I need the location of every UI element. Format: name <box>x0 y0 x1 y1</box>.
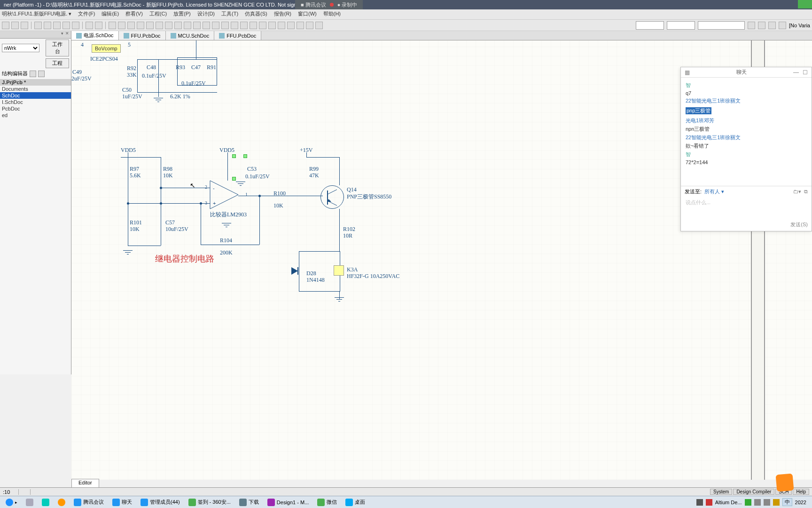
tool-icon[interactable] <box>259 22 266 29</box>
tray-icon[interactable] <box>764 499 770 506</box>
taskbar-360[interactable]: 签到 - 360安... <box>185 497 234 508</box>
struct-icon[interactable] <box>30 71 36 77</box>
tool-icon[interactable] <box>779 22 786 29</box>
tool-icon[interactable] <box>203 22 210 29</box>
folder-icon[interactable]: 🗀▾ <box>793 189 801 195</box>
cut-icon[interactable] <box>53 22 61 29</box>
tool-icon[interactable] <box>118 22 125 29</box>
send-button[interactable]: 发送(S) <box>790 221 808 228</box>
tool-icon[interactable] <box>748 22 755 29</box>
tool-icon[interactable] <box>315 22 323 29</box>
tool-icon[interactable] <box>231 22 238 29</box>
struct-icon[interactable] <box>38 71 45 77</box>
redo-icon[interactable] <box>95 22 102 29</box>
tool-icon[interactable] <box>268 22 276 29</box>
menu-design[interactable]: 设计(D) <box>197 10 215 18</box>
close-icon[interactable]: ✕ <box>65 31 69 38</box>
menu-file[interactable]: 文件(F) <box>78 10 95 18</box>
green-corner-tab[interactable] <box>798 0 812 8</box>
menu-window[interactable]: 窗口(W) <box>298 10 317 18</box>
tool-icon[interactable] <box>287 22 295 29</box>
tool-icon[interactable] <box>193 22 201 29</box>
tool-icon[interactable] <box>165 22 172 29</box>
tool-icon[interactable] <box>278 22 285 29</box>
zoom-icon[interactable] <box>44 22 51 29</box>
menu-project[interactable]: 工程(C) <box>149 10 167 18</box>
tree-project[interactable]: J.PrjPcb * <box>0 79 71 86</box>
tool-icon[interactable] <box>184 22 191 29</box>
menu-view[interactable]: 察看(V) <box>125 10 143 18</box>
tool-icon[interactable] <box>156 22 163 29</box>
tray-icon[interactable] <box>696 499 703 506</box>
menu-simulate[interactable]: 仿真器(S) <box>245 10 267 18</box>
status-help[interactable]: Help <box>793 489 809 495</box>
status-design-compiler[interactable]: Design Compiler <box>733 489 774 495</box>
combo-3[interactable] <box>698 21 745 30</box>
new-icon[interactable] <box>2 22 9 29</box>
paste-icon[interactable] <box>72 22 79 29</box>
project-button[interactable]: 工程 <box>46 58 69 68</box>
tool-icon[interactable] <box>768 22 776 29</box>
tab-schdoc[interactable]: 电源.SchDoc <box>71 31 119 40</box>
copy-icon[interactable] <box>62 22 70 29</box>
tool-icon[interactable] <box>221 22 229 29</box>
tab-ffu-pcbdoc[interactable]: FFU.PcbDoc <box>214 31 261 40</box>
no-variant-label[interactable]: [No Varia <box>789 23 810 28</box>
menu-place[interactable]: 放置(P) <box>173 10 191 18</box>
tree-schdoc[interactable]: I.SchDoc <box>0 99 71 105</box>
workbench-button[interactable]: 工作台 <box>46 40 69 56</box>
tool-icon[interactable] <box>297 22 304 29</box>
taskbar-design1[interactable]: Design1 - M... <box>264 497 312 508</box>
taskbar-app[interactable] <box>54 497 69 508</box>
combo-1[interactable] <box>636 21 664 30</box>
taskbar-app[interactable] <box>38 497 53 508</box>
menu-edit[interactable]: 编辑(E) <box>102 10 119 18</box>
menu-tools[interactable]: 工具(T) <box>221 10 238 18</box>
ime-indicator[interactable]: 中 <box>782 498 792 506</box>
taskbar-desktop[interactable]: 桌面 <box>342 497 369 508</box>
tool-icon[interactable] <box>174 22 182 29</box>
netlabel-bovcomp[interactable]: BoVcomp <box>92 44 121 53</box>
tool-icon[interactable] <box>250 22 257 29</box>
capture-icon[interactable]: ⧉ <box>804 189 808 195</box>
workspace-select[interactable]: nWrk <box>2 44 39 52</box>
tool-icon[interactable] <box>146 22 154 29</box>
send-to-dropdown[interactable]: 所有人 ▾ <box>704 188 724 195</box>
open-icon[interactable] <box>11 22 19 29</box>
tray-icon[interactable] <box>745 499 751 506</box>
chat-messages[interactable]: 智 q7 22智能光电三1班徐丽文 pnp三极管 光电1班邓芳 npn三极管 2… <box>681 78 812 186</box>
tool-icon[interactable] <box>240 22 248 29</box>
taskbar-wechat[interactable]: 微信 <box>313 497 341 508</box>
tray-icon[interactable] <box>754 499 761 506</box>
tree-schdoc-selected[interactable]: SchDoc <box>0 92 71 99</box>
tray-icon[interactable] <box>773 499 780 506</box>
minimize-icon[interactable]: — <box>793 69 799 76</box>
menu-path[interactable]: 明秋\1.FFU\1.新版FFU\电源. ▾ <box>2 10 71 18</box>
tray-year[interactable]: 2022 <box>795 500 806 505</box>
status-system[interactable]: System <box>710 489 732 495</box>
taskbar-app[interactable] <box>22 497 37 508</box>
taskbar-download[interactable]: 下载 <box>235 497 263 508</box>
tray-icon[interactable] <box>706 499 712 506</box>
chat-grid-icon[interactable]: ▦ <box>685 69 690 76</box>
pin-icon[interactable]: ▾ <box>61 31 63 38</box>
chat-input[interactable]: 说点什么... <box>681 197 812 221</box>
tool-icon[interactable] <box>212 22 219 29</box>
combo-2[interactable] <box>667 21 695 30</box>
tree-documents[interactable]: Documents <box>0 86 71 92</box>
tool-icon[interactable] <box>306 22 313 29</box>
menu-reports[interactable]: 报告(R) <box>274 10 291 18</box>
print-icon[interactable] <box>34 22 42 29</box>
save-icon[interactable] <box>21 22 28 29</box>
tool-icon[interactable] <box>137 22 144 29</box>
tab-mcu-schdoc[interactable]: MCU.SchDoc <box>166 31 215 40</box>
start-button[interactable]: ▸ <box>2 497 21 508</box>
taskbar-members[interactable]: 管理成员(44) <box>137 497 184 508</box>
tree-item[interactable]: ed <box>0 112 71 119</box>
tool-icon[interactable] <box>109 22 116 29</box>
menu-help[interactable]: 帮助(H) <box>323 10 341 18</box>
tree-pcbdoc[interactable]: PcbDoc <box>0 105 71 112</box>
maximize-icon[interactable]: ☐ <box>803 69 808 76</box>
editor-tab[interactable]: Editor <box>71 479 99 487</box>
project-tree[interactable]: J.PrjPcb * Documents SchDoc I.SchDoc Pcb… <box>0 78 71 119</box>
